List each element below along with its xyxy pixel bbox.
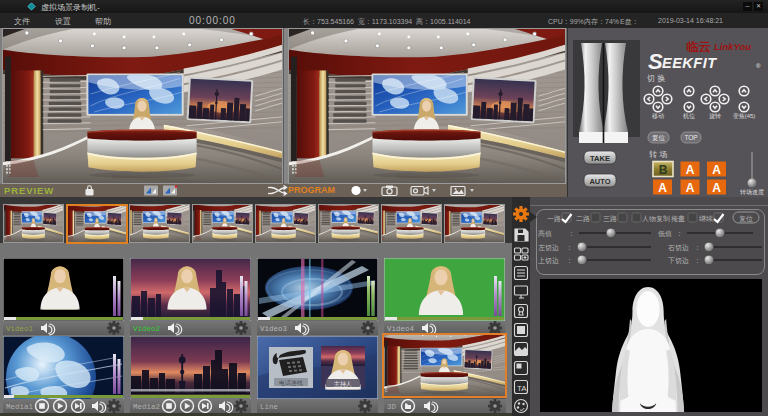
svg-text:变焦(45): 变焦(45) (733, 112, 756, 120)
svg-text:Video2: Video2 (133, 325, 160, 333)
svg-text:左切边: 左切边 (538, 244, 559, 252)
svg-text:Video3: Video3 (260, 325, 288, 333)
svg-text:AUTO: AUTO (589, 177, 610, 186)
svg-text:A: A (658, 181, 667, 195)
svg-text:高值: 高值 (538, 230, 552, 237)
svg-text:B: B (659, 163, 668, 177)
svg-text:：: ： (694, 244, 701, 251)
svg-text:TA: TA (517, 384, 527, 393)
svg-text:®: ® (756, 63, 761, 69)
svg-text:主持人: 主持人 (334, 380, 352, 388)
svg-text:转 场: 转 场 (649, 150, 667, 159)
svg-text:右切边: 右切边 (668, 244, 689, 252)
svg-text:EEKFIT: EEKFIT (662, 55, 717, 71)
svg-text:继续: 继续 (699, 215, 713, 222)
svg-text:A: A (686, 163, 695, 177)
svg-text:切 换: 切 换 (646, 74, 665, 83)
svg-text:A: A (712, 181, 721, 195)
svg-text:：: ： (566, 257, 573, 264)
svg-text:3D: 3D (387, 403, 397, 411)
svg-text:：: ： (676, 230, 683, 237)
svg-text:Media2: Media2 (133, 403, 160, 411)
svg-text:机位: 机位 (683, 113, 695, 119)
svg-text:复位: 复位 (652, 134, 666, 142)
svg-text:低值: 低值 (658, 230, 672, 237)
svg-text:转场速度: 转场速度 (740, 188, 764, 196)
svg-text:旋转: 旋转 (709, 113, 721, 120)
svg-text:：: ： (694, 257, 701, 264)
svg-text:三路: 三路 (603, 215, 617, 223)
svg-text:S: S (648, 49, 663, 74)
svg-text:电话连线: 电话连线 (279, 380, 303, 387)
svg-text:：: ： (566, 244, 573, 251)
svg-text:人物复制: 人物复制 (642, 215, 670, 223)
svg-text:Video1: Video1 (6, 325, 34, 333)
svg-text:A: A (712, 163, 721, 177)
svg-text:TAKE: TAKE (590, 154, 610, 163)
svg-text:掩盖: 掩盖 (671, 215, 685, 223)
svg-text:TOP: TOP (684, 134, 697, 141)
svg-text:Media1: Media1 (6, 403, 34, 411)
svg-text:一路: 一路 (547, 215, 561, 223)
svg-text:移动: 移动 (652, 113, 664, 120)
svg-text:LinkYou: LinkYou (714, 41, 751, 52)
svg-text:复位: 复位 (739, 215, 753, 223)
svg-text:A: A (686, 181, 695, 195)
svg-text:二路: 二路 (576, 215, 590, 223)
svg-text:Video4: Video4 (387, 325, 415, 333)
svg-text:下切边: 下切边 (668, 257, 689, 265)
svg-text:Line: Line (260, 403, 278, 411)
svg-text:上切边: 上切边 (538, 257, 559, 265)
svg-text:临云: 临云 (686, 40, 711, 54)
svg-text:：: ： (568, 230, 575, 237)
